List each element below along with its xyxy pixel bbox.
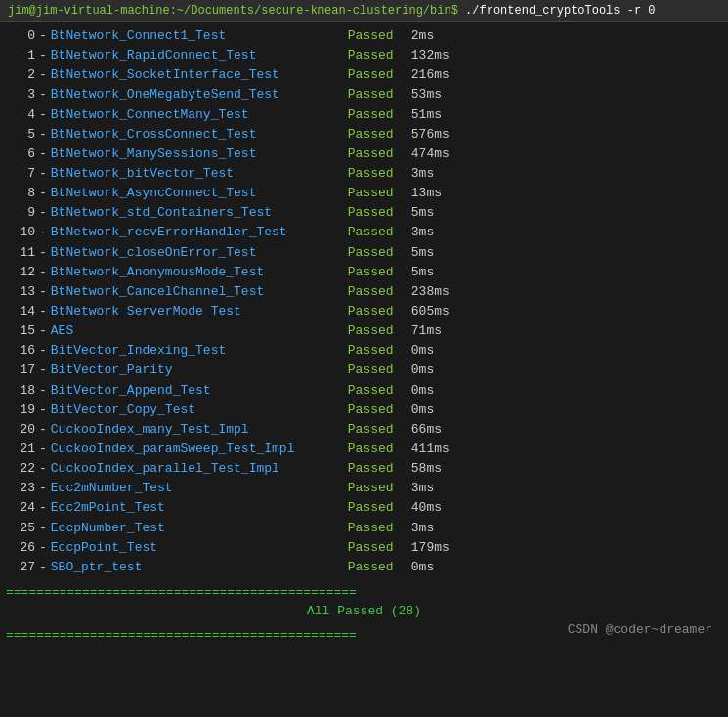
- dash-separator: -: [39, 65, 47, 85]
- terminal-window: jim@jim-virtual-machine:~/Documents/secu…: [0, 0, 728, 717]
- test-number: 10: [6, 223, 35, 242]
- test-row: 15 - AESPassed71ms: [6, 321, 722, 341]
- test-duration: 179ms: [411, 538, 450, 558]
- test-duration: 216ms: [411, 65, 450, 85]
- test-duration: 0ms: [411, 341, 434, 360]
- test-row: 20 - CuckooIndex_many_Test_ImplPassed66m…: [6, 420, 722, 440]
- test-duration: 53ms: [411, 85, 442, 105]
- dash-separator: -: [39, 341, 47, 360]
- test-number: 20: [6, 420, 35, 440]
- test-row: 8 - BtNetwork_AsyncConnect_TestPassed13m…: [6, 184, 722, 203]
- terminal-command: ./frontend_cryptoTools -r 0: [458, 4, 656, 18]
- test-duration: 605ms: [411, 302, 450, 321]
- test-name: BtNetwork_CrossConnect_Test: [51, 125, 344, 145]
- test-name: BtNetwork_std_Containers_Test: [51, 203, 344, 223]
- terminal-prompt: jim@jim-virtual-machine:~/Documents/secu…: [8, 4, 458, 18]
- dash-separator: -: [39, 459, 47, 479]
- test-status: Passed: [348, 321, 411, 341]
- dash-separator: -: [39, 381, 47, 401]
- test-name: BtNetwork_bitVector_Test: [51, 164, 344, 184]
- test-duration: 66ms: [411, 420, 442, 440]
- test-duration: 13ms: [411, 184, 442, 203]
- test-name: Ecc2mPoint_Test: [51, 498, 344, 518]
- test-status: Passed: [348, 184, 411, 203]
- test-duration: 51ms: [411, 105, 442, 125]
- test-status: Passed: [348, 105, 411, 125]
- test-row: 4 - BtNetwork_ConnectMany_TestPassed51ms: [6, 105, 722, 125]
- test-row: 11 - BtNetwork_closeOnError_TestPassed5m…: [6, 243, 722, 263]
- test-row: 13 - BtNetwork_CancelChannel_TestPassed2…: [6, 282, 722, 302]
- dash-separator: -: [39, 223, 47, 242]
- test-status: Passed: [348, 519, 411, 538]
- test-name: BtNetwork_recvErrorHandler_Test: [51, 223, 344, 242]
- test-number: 4: [6, 105, 35, 125]
- test-number: 19: [6, 401, 35, 420]
- dash-separator: -: [39, 498, 47, 518]
- test-status: Passed: [348, 203, 411, 223]
- test-duration: 40ms: [411, 498, 442, 518]
- dash-separator: -: [39, 282, 47, 302]
- dash-separator: -: [39, 440, 47, 459]
- test-number: 15: [6, 321, 35, 341]
- terminal-content: 0 - BtNetwork_Connect1_TestPassed2ms1 - …: [0, 22, 728, 649]
- test-duration: 2ms: [411, 26, 434, 46]
- dash-separator: -: [39, 302, 47, 321]
- test-number: 12: [6, 263, 35, 282]
- test-name: BtNetwork_Connect1_Test: [51, 26, 344, 46]
- test-name: EccpNumber_Test: [51, 519, 344, 538]
- test-status: Passed: [348, 440, 411, 459]
- test-row: 26 - EccpPoint_TestPassed179ms: [6, 538, 722, 558]
- test-name: BtNetwork_closeOnError_Test: [51, 243, 344, 263]
- test-row: 22 - CuckooIndex_parallel_Test_ImplPasse…: [6, 459, 722, 479]
- dash-separator: -: [39, 184, 47, 203]
- test-number: 14: [6, 302, 35, 321]
- test-status: Passed: [348, 420, 411, 440]
- test-name: BitVector_Parity: [51, 360, 344, 380]
- test-name: BitVector_Copy_Test: [51, 401, 344, 420]
- test-duration: 3ms: [411, 519, 434, 538]
- test-status: Passed: [348, 243, 411, 263]
- test-number: 3: [6, 85, 35, 105]
- test-name: CuckooIndex_parallel_Test_Impl: [51, 459, 344, 479]
- test-duration: 411ms: [411, 440, 450, 459]
- test-name: EccpPoint_Test: [51, 538, 344, 558]
- test-row: 14 - BtNetwork_ServerMode_TestPassed605m…: [6, 302, 722, 321]
- test-duration: 0ms: [411, 360, 434, 380]
- test-name: AES: [51, 321, 344, 341]
- dash-separator: -: [39, 164, 47, 184]
- test-duration: 3ms: [411, 223, 434, 242]
- test-row: 10 - BtNetwork_recvErrorHandler_TestPass…: [6, 223, 722, 242]
- dash-separator: -: [39, 85, 47, 105]
- dash-separator: -: [39, 145, 47, 164]
- test-number: 16: [6, 341, 35, 360]
- test-status: Passed: [348, 360, 411, 380]
- dash-separator: -: [39, 360, 47, 380]
- test-status: Passed: [348, 164, 411, 184]
- test-number: 11: [6, 243, 35, 263]
- test-name: BtNetwork_ManySessions_Test: [51, 145, 344, 164]
- test-status: Passed: [348, 125, 411, 145]
- test-duration: 238ms: [411, 282, 450, 302]
- test-number: 9: [6, 203, 35, 223]
- test-name: BtNetwork_RapidConnect_Test: [51, 46, 344, 65]
- test-number: 21: [6, 440, 35, 459]
- test-status: Passed: [348, 26, 411, 46]
- test-row: 9 - BtNetwork_std_Containers_TestPassed5…: [6, 203, 722, 223]
- dash-separator: -: [39, 26, 47, 46]
- test-duration: 5ms: [411, 203, 434, 223]
- dash-separator: -: [39, 105, 47, 125]
- test-number: 0: [6, 26, 35, 46]
- test-number: 7: [6, 164, 35, 184]
- test-status: Passed: [348, 65, 411, 85]
- test-row: 5 - BtNetwork_CrossConnect_TestPassed576…: [6, 125, 722, 145]
- test-status: Passed: [348, 498, 411, 518]
- test-number: 18: [6, 381, 35, 401]
- test-number: 2: [6, 65, 35, 85]
- test-row: 1 - BtNetwork_RapidConnect_TestPassed132…: [6, 46, 722, 65]
- test-number: 6: [6, 145, 35, 164]
- dash-separator: -: [39, 519, 47, 538]
- dash-separator: -: [39, 46, 47, 65]
- separator-line-top: ========================================…: [6, 585, 722, 600]
- dash-separator: -: [39, 263, 47, 282]
- test-duration: 474ms: [411, 145, 450, 164]
